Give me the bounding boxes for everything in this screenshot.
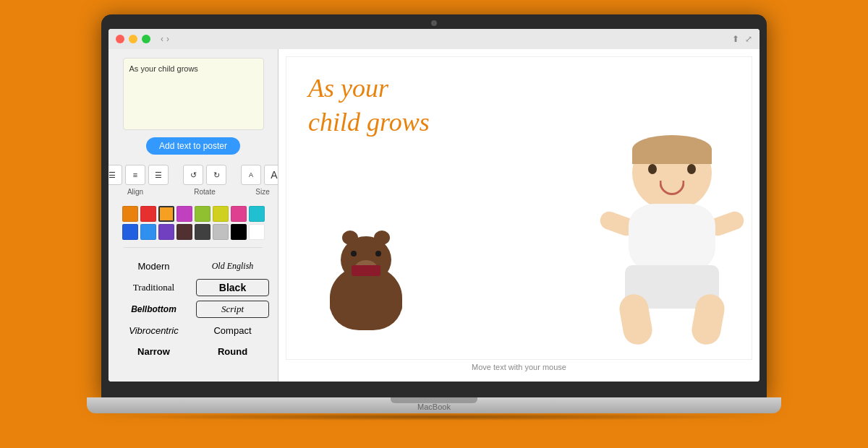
baby-illustration — [600, 128, 744, 345]
rotate-group: ↺ ↻ Rotate — [183, 165, 226, 196]
align-right-icon: ☰ — [155, 171, 162, 180]
bear-ear-right — [374, 231, 390, 245]
rotate-right-icon: ↻ — [213, 171, 220, 180]
preview-text: As your child grows — [129, 64, 198, 73]
align-label: Align — [127, 188, 143, 196]
share-icon[interactable]: ⬆ — [732, 34, 739, 44]
color-swatch-yellow-orange[interactable] — [158, 206, 174, 222]
rotate-icons: ↺ ↻ — [183, 165, 226, 185]
font-old-english[interactable]: Old English — [196, 258, 269, 275]
laptop-wrapper: ‹ › ⬆ ⤢ As your child grows Add te — [87, 14, 781, 434]
app-content: As your child grows Add text to poster ☰ — [109, 49, 760, 382]
color-swatch-cyan[interactable] — [249, 206, 265, 222]
bear-ear-left — [342, 231, 358, 245]
color-swatch-light-gray[interactable] — [213, 224, 229, 240]
poster-text-line2: child grows — [308, 105, 430, 139]
color-swatch-black[interactable] — [231, 224, 247, 240]
close-dot[interactable] — [116, 35, 124, 43]
maximize-dot[interactable] — [142, 35, 150, 43]
color-swatch-dark-brown[interactable] — [176, 224, 192, 240]
size-large-icon: A — [271, 169, 277, 181]
font-black[interactable]: Black — [196, 279, 269, 296]
nav-forward-icon[interactable]: › — [166, 34, 169, 44]
laptop-notch — [391, 397, 477, 403]
baby-head — [632, 135, 712, 211]
color-grid — [122, 206, 265, 240]
font-grid: Modern Old English Traditional Black Bel… — [116, 255, 271, 363]
bear-paw-right — [380, 298, 402, 316]
size-decrease-button[interactable]: A — [241, 165, 261, 185]
font-narrow[interactable]: Narrow — [117, 343, 190, 360]
align-group: ☰ ≡ ☰ Align — [109, 165, 169, 196]
color-swatch-white[interactable] — [249, 224, 265, 240]
titlebar-right-icons: ⬆ ⤢ — [732, 34, 752, 44]
color-swatch-dark-blue[interactable] — [122, 224, 138, 240]
laptop-base: MacBook — [87, 397, 781, 413]
align-left-icon: ☰ — [109, 171, 116, 180]
align-left-button[interactable]: ☰ — [109, 165, 122, 185]
font-bellbottom[interactable]: Bellbottom — [117, 301, 190, 318]
poster-text[interactable]: As your child grows — [308, 72, 430, 139]
size-increase-button[interactable]: A — [264, 165, 278, 185]
color-swatch-dark-gray[interactable] — [195, 224, 210, 240]
minimize-dot[interactable] — [129, 35, 137, 43]
add-text-button[interactable]: Add text to poster — [146, 137, 240, 155]
align-icons: ☰ ≡ ☰ — [109, 165, 169, 185]
nav-back-icon[interactable]: ‹ — [161, 34, 163, 44]
rotate-label: Rotate — [194, 188, 215, 196]
right-panel: As your child grows — [278, 49, 760, 382]
font-script[interactable]: Script — [196, 301, 269, 318]
font-vibrocentric[interactable]: Vibrocentric — [117, 322, 190, 339]
align-right-button[interactable]: ☰ — [148, 165, 169, 185]
bear-eye-right — [375, 251, 381, 257]
poster-text-line1: As your — [308, 72, 430, 105]
size-group: A A Size — [241, 165, 278, 196]
baby-mouth — [660, 181, 685, 195]
color-swatch-yellow-green[interactable] — [195, 206, 210, 222]
bear-eye-left — [351, 251, 357, 257]
font-compact[interactable]: Compact — [196, 322, 269, 339]
laptop-shadow — [109, 413, 760, 421]
color-swatch-purple[interactable] — [176, 206, 192, 222]
laptop-screen: ‹ › ⬆ ⤢ As your child grows Add te — [101, 14, 767, 397]
expand-icon[interactable]: ⤢ — [745, 34, 752, 44]
size-label: Size — [255, 188, 269, 196]
align-center-button[interactable]: ≡ — [125, 165, 145, 185]
titlebar: ‹ › ⬆ ⤢ — [109, 29, 760, 49]
size-small-icon: A — [249, 171, 253, 178]
poster-area[interactable]: As your child grows — [286, 56, 752, 360]
color-swatch-blue[interactable] — [140, 224, 156, 240]
color-swatch-yellow[interactable] — [213, 206, 229, 222]
left-panel: As your child grows Add text to poster ☰ — [109, 49, 278, 382]
color-swatch-orange[interactable] — [122, 206, 138, 222]
rotate-left-icon: ↺ — [190, 171, 197, 180]
font-round[interactable]: Round — [196, 343, 269, 360]
bear-body — [330, 265, 402, 330]
bear-illustration — [315, 236, 417, 330]
bear-paw-left — [330, 298, 352, 316]
rotate-right-button[interactable]: ↻ — [206, 165, 226, 185]
color-swatch-red[interactable] — [140, 206, 156, 222]
toolbar-section: ☰ ≡ ☰ Align — [116, 162, 271, 199]
nav-controls: ‹ › — [161, 34, 169, 44]
bear-ribbon — [352, 265, 380, 276]
baby-hair — [632, 135, 712, 164]
font-modern[interactable]: Modern — [117, 258, 190, 275]
color-swatch-pink[interactable] — [231, 206, 247, 222]
align-center-icon: ≡ — [133, 171, 137, 179]
laptop-brand-label: MacBook — [417, 402, 451, 413]
baby-eye-left — [648, 164, 657, 174]
status-text: Move text with your mouse — [469, 360, 569, 374]
camera — [431, 20, 437, 26]
rotate-left-button[interactable]: ↺ — [183, 165, 203, 185]
screen-content: ‹ › ⬆ ⤢ As your child grows Add te — [109, 29, 760, 382]
color-swatch-violet[interactable] — [158, 224, 174, 240]
baby-eye-right — [687, 164, 696, 174]
text-preview-box: As your child grows — [123, 58, 264, 130]
size-icons: A A — [241, 165, 278, 185]
divider — [124, 247, 263, 248]
font-traditional[interactable]: Traditional — [117, 279, 190, 296]
